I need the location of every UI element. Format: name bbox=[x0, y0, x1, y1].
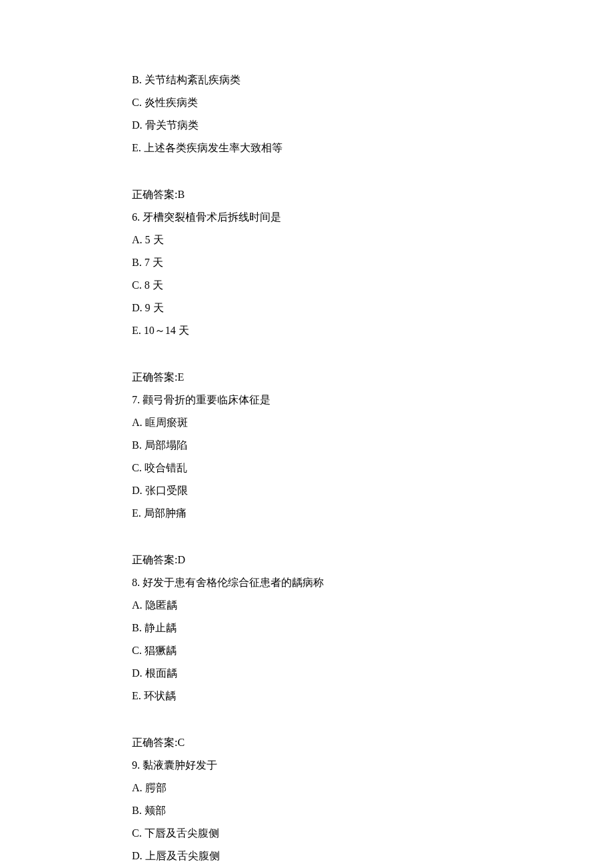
q6-option-b: B. 7 天 bbox=[132, 257, 613, 268]
q6-stem: 6. 牙槽突裂植骨术后拆线时间是 bbox=[132, 212, 613, 223]
document-page: B. 关节结构紊乱疾病类 C. 炎性疾病类 D. 骨关节病类 E. 上述各类疾病… bbox=[0, 0, 613, 868]
q7-option-b: B. 局部塌陷 bbox=[132, 440, 613, 451]
q9-option-b: B. 颊部 bbox=[132, 805, 613, 816]
spacer bbox=[132, 348, 613, 360]
q7-option-c: C. 咬合错乱 bbox=[132, 463, 613, 473]
q8-option-e: E. 环状龋 bbox=[132, 691, 613, 701]
q8-option-b: B. 静止龋 bbox=[132, 623, 613, 633]
q9-option-c: C. 下唇及舌尖腹侧 bbox=[132, 828, 613, 839]
q8-stem: 8. 好发于患有舍格伦综合征患者的龋病称 bbox=[132, 577, 613, 588]
q6-option-d: D. 9 天 bbox=[132, 303, 613, 313]
q5-option-c: C. 炎性疾病类 bbox=[132, 97, 613, 108]
q7-option-d: D. 张口受限 bbox=[132, 485, 613, 496]
q5-answer: 正确答案:B bbox=[132, 189, 613, 200]
q6-option-c: C. 8 天 bbox=[132, 280, 613, 291]
q7-option-a: A. 眶周瘀斑 bbox=[132, 417, 613, 428]
q7-option-e: E. 局部肿痛 bbox=[132, 508, 613, 519]
q9-option-a: A. 腭部 bbox=[132, 783, 613, 793]
q8-option-d: D. 根面龋 bbox=[132, 668, 613, 679]
q8-option-c: C. 猖獗龋 bbox=[132, 645, 613, 656]
q7-stem: 7. 颧弓骨折的重要临床体征是 bbox=[132, 395, 613, 405]
spacer bbox=[132, 531, 613, 543]
q9-stem: 9. 黏液囊肿好发于 bbox=[132, 760, 613, 771]
q6-option-e: E. 10～14 天 bbox=[132, 325, 613, 336]
q7-answer: 正确答案:D bbox=[132, 555, 613, 565]
q6-option-a: A. 5 天 bbox=[132, 235, 613, 245]
q5-option-b: B. 关节结构紊乱疾病类 bbox=[132, 75, 613, 85]
q5-option-e: E. 上述各类疾病发生率大致相等 bbox=[132, 143, 613, 153]
spacer bbox=[132, 713, 613, 725]
q8-option-a: A. 隐匿龋 bbox=[132, 600, 613, 611]
q5-option-d: D. 骨关节病类 bbox=[132, 120, 613, 131]
q6-answer: 正确答案:E bbox=[132, 372, 613, 383]
q9-option-d: D. 上唇及舌尖腹侧 bbox=[132, 851, 613, 861]
q8-answer: 正确答案:C bbox=[132, 737, 613, 748]
spacer bbox=[132, 165, 613, 177]
